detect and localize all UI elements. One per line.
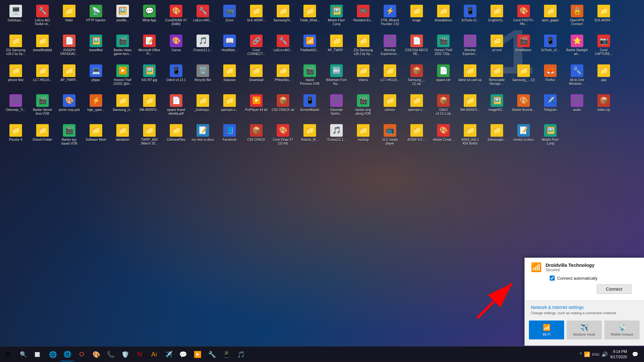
desktop-icon-leeco-aio[interactable]: 🔧LeEco AIO Toolkit v4...: [30, 3, 55, 31]
desktop-icon-holybible[interactable]: 📖HolyBible...: [217, 33, 242, 61]
desktop-icon-odin3[interactable]: 📱Odin3 v3.13.1: [164, 63, 189, 91]
taskbar-corel[interactable]: 🎨: [89, 348, 103, 361]
airplane-quick-btn[interactable]: ✈️ Airplane mode: [567, 321, 602, 339]
desktop-icon-presh[interactable]: 🎨presh crop.psd: [57, 93, 82, 121]
desktop-icon-resident-ev[interactable]: 🎮Resident-Ev...: [351, 3, 376, 31]
desktop-icon-iphone-filez[interactable]: 📁iphone filez: [3, 63, 28, 91]
wifi-quick-btn[interactable]: 📶 Wi-Fi: [529, 321, 564, 339]
desktop-icon-high-speed[interactable]: ⚡high_spee...: [83, 93, 108, 121]
desktop-icon-mockup[interactable]: 📁mockup: [351, 123, 376, 151]
desktop-icon-coreldraw[interactable]: 🎨CorelDRAW X7 (64Bit): [164, 3, 189, 31]
desktop-icon-leeco-aio3[interactable]: 🔧LeEco+AIO...: [270, 33, 296, 61]
desktop-icon-canva[interactable]: 🎨Canva: [164, 33, 189, 61]
desktop-icon-pixellib[interactable]: 🖼️pixellib...: [110, 3, 135, 31]
desktop-icon-phppc[interactable]: 💻phppc: [83, 63, 108, 91]
tray-expand[interactable]: ^: [580, 352, 582, 357]
desktop-icon-openvpn-c[interactable]: 📁openvpn-c...: [217, 93, 242, 121]
desktop-icon-cs6-crack[interactable]: 📦CS6 CRACK rar: [270, 93, 296, 121]
desktop-icon-folder[interactable]: 📁folder: [57, 3, 82, 31]
desktop-icon-barbie-sing[interactable]: 🎬barbie sing along.VOB: [351, 93, 376, 121]
taskbar-edge[interactable]: 🌐: [46, 348, 60, 361]
desktop-icon-vlc-media[interactable]: 📺VLC media player: [377, 123, 402, 151]
desktop-icon-adobe-creative[interactable]: 🎨Adobe Creati...: [431, 123, 456, 151]
desktop-icon-sm-a505fd2[interactable]: 📁SM-A505FD...: [458, 93, 483, 121]
network-settings-title[interactable]: Network & Internet settings: [531, 305, 638, 310]
taskbar-app3[interactable]: 🎵: [234, 348, 248, 361]
desktop-icon-meeky-cv[interactable]: 📝meeky cv.docx: [511, 123, 536, 151]
desktop-icon-samsung-u[interactable]: 📁Samsung_U...: [110, 93, 135, 121]
desktop-icon-audio[interactable]: 🎵audio: [564, 93, 590, 121]
desktop-icon-ap-twrp2[interactable]: 📁AP_TWRP...: [57, 63, 82, 91]
desktop-icon-kinemaster[interactable]: 🎬KineMaster: [511, 33, 536, 61]
hotspot-quick-btn[interactable]: 📡 Mobile hotspot: [604, 321, 640, 339]
desktop-icon-barbie-starlight[interactable]: ⭐Barbie Starlight ad...: [564, 33, 590, 61]
desktop-icon-xtm-miracle[interactable]: ⚡XTM_Miracle Thunder 2.82: [377, 3, 402, 31]
desktop-icon-leeco-aio2[interactable]: 🔧LeEco+AIO...: [190, 3, 215, 31]
desktop-icon-lc7-h6116[interactable]: 📁LC7-H6116...: [30, 63, 55, 91]
desktop-icon-samsung2[interactable]: 📁Samsung_... (2): [511, 63, 536, 91]
desktop-icon-aosip-9[interactable]: 📁AOSiP-9.0-...: [404, 123, 429, 151]
system-clock[interactable]: 9:14 PM 9/17/2020: [610, 349, 627, 360]
desktop-icon-joseph[interactable]: 📄JOSEPH ONYEKAC...: [57, 33, 82, 61]
notification-center[interactable]: 💬: [630, 348, 641, 361]
desktop-icon-z3x-samsung2[interactable]: 📁Z3x Samsung v28.2 by frp...: [351, 33, 376, 61]
desktop-icon-potplayer[interactable]: ▶️PotPlayer 64 bit: [244, 93, 269, 121]
desktop-icon-mistdo-flyer1[interactable]: 🖼️Mistdo Flyer 1.png: [538, 123, 563, 151]
desktop-icon-slk-a505f2[interactable]: 📁SLK-A505F...: [591, 3, 616, 31]
desktop-icon-sd-root[interactable]: 📁sd root: [484, 33, 509, 61]
desktop-icon-getintopc[interactable]: 🖥️Getintopc...: [3, 3, 28, 31]
taskbar-app2[interactable]: 📱: [219, 348, 233, 361]
desktop-icon-itunes2[interactable]: 🎵iTunes(12.1...: [324, 123, 349, 151]
taskbar-opera[interactable]: O: [75, 348, 89, 361]
desktop-icon-cartoon[interactable]: 📁cartoon: [377, 93, 402, 121]
desktop-icon-image001[interactable]: 🖼️image001...: [484, 93, 509, 121]
desktop-icon-latest-sd[interactable]: 📁latest sd card up: [458, 63, 483, 91]
taskbar-viber[interactable]: 📞: [104, 348, 118, 361]
desktop-icon-ispace-brand[interactable]: 📄ispace brand identity.pdf: [164, 93, 189, 121]
desktop-icon-slk-a505f[interactable]: 📁SLK-A505F...: [244, 3, 269, 31]
desktop-icon-bewellfedddd[interactable]: 📁bewellfedddd: [30, 33, 55, 61]
desktop-icon-honest-thief2[interactable]: ▶️Honest Thief (2020) @dr...: [110, 63, 135, 91]
desktop-icon-zoom[interactable]: 📹Zoom: [217, 3, 242, 31]
desktop-icon-image[interactable]: 📁image: [404, 3, 429, 31]
desktop-icon-facebook[interactable]: 📘Facebook: [217, 123, 242, 151]
desktop-icon-screenmaster[interactable]: 📱ScreenMaster: [297, 93, 322, 121]
desktop-icon-openvpn-connect[interactable]: 🔒OpenVPN Connect: [564, 3, 590, 31]
desktop-icon-telegram[interactable]: ✈️Telegram: [538, 93, 563, 121]
desktop-icon-ap-twrp[interactable]: 📁AP_TWRP...: [324, 33, 349, 61]
desktop-icon-samsung-to[interactable]: 📁SamsungTo...: [270, 3, 296, 31]
start-button[interactable]: ⊞: [0, 347, 16, 362]
desktop-icon-folder-zip[interactable]: 📦folder.zip: [591, 93, 616, 121]
desktop-icon-microsoft-office[interactable]: 📝Microsoft Office Pr...: [137, 33, 162, 61]
desktop-icon-corel-capture[interactable]: 📷Corel CAPTURE...: [591, 33, 616, 61]
desktop-icon-3utools-v22[interactable]: 📱3uTools_v2...: [538, 33, 563, 61]
desktop-icon-phlowsky[interactable]: 📁PHlowSky...: [270, 63, 296, 91]
desktop-icon-open-gapps[interactable]: 📁open_gapps: [538, 3, 563, 31]
desktop-icon-ispace-cdr[interactable]: 📄ispace.cdr: [431, 63, 456, 91]
connect-auto-checkbox[interactable]: [550, 276, 555, 281]
desktop-icon-adobe-illustrator[interactable]: 🎨Adobe Illustrat...: [511, 93, 536, 121]
desktop-icon-statuses[interactable]: 📁Statuses: [217, 63, 242, 91]
tray-volume-icon[interactable]: 🔊: [602, 351, 608, 357]
desktop-icon-odumeje-tr[interactable]: 🎵Odumeje_Tr...: [3, 93, 28, 121]
desktop-icon-honest-thief-icon[interactable]: 🎬Honest Thief 2020 720p...: [431, 33, 456, 61]
desktop-icon-all-in-one[interactable]: 🔧All-In-One Windows ...: [564, 63, 590, 91]
tray-network-icon[interactable]: 📶: [584, 351, 590, 357]
desktop-icon-pdanet[interactable]: 📶PdaNetA52...: [297, 33, 322, 61]
desktop-icon-bitstream[interactable]: 🔤Bitstream Font Na...: [324, 63, 349, 91]
desktop-icon-ask9[interactable]: 📁ASK9_ASL1 A50 Builds: [458, 123, 483, 151]
desktop-icon-barbie-spy[interactable]: 🎬Barbie spy squad.VOB: [57, 123, 82, 151]
search-button[interactable]: 🔍: [17, 348, 30, 361]
wifi-connect-button[interactable]: Connect: [597, 284, 631, 294]
desktop-icon-z3x-samsung[interactable]: 📁Z3x Samsung v28.2 by frp...: [3, 33, 28, 61]
desktop-icon-odin3-zip[interactable]: 📦Odin3 v3.13.1.zip: [431, 93, 456, 121]
desktop-icon-whatsapp[interactable]: 💬What App: [137, 3, 162, 31]
desktop-icon-barbie-secret[interactable]: 🎬Barbie Secret door.VOB: [30, 93, 55, 121]
desktop-icon-corel-connect[interactable]: 🔗Corel CONNECT...: [244, 33, 269, 61]
desktop-icon-software-work[interactable]: 📁Software Work: [83, 123, 108, 151]
desktop-icon-samsung-2zip[interactable]: 📦Samsung_... (2).zip: [404, 63, 429, 91]
desktop-icon-chimerafiles[interactable]: 📁ChimeraFiles: [164, 123, 189, 151]
desktop-icon-bewellfed[interactable]: 🖼️bewellfed: [83, 33, 108, 61]
desktop-icon-corel-draw-x7[interactable]: 🎨Corel Draw X7 [32-64]: [270, 123, 296, 151]
desktop-icon-worship-exp[interactable]: 🎵Worship Experience...: [377, 33, 402, 61]
